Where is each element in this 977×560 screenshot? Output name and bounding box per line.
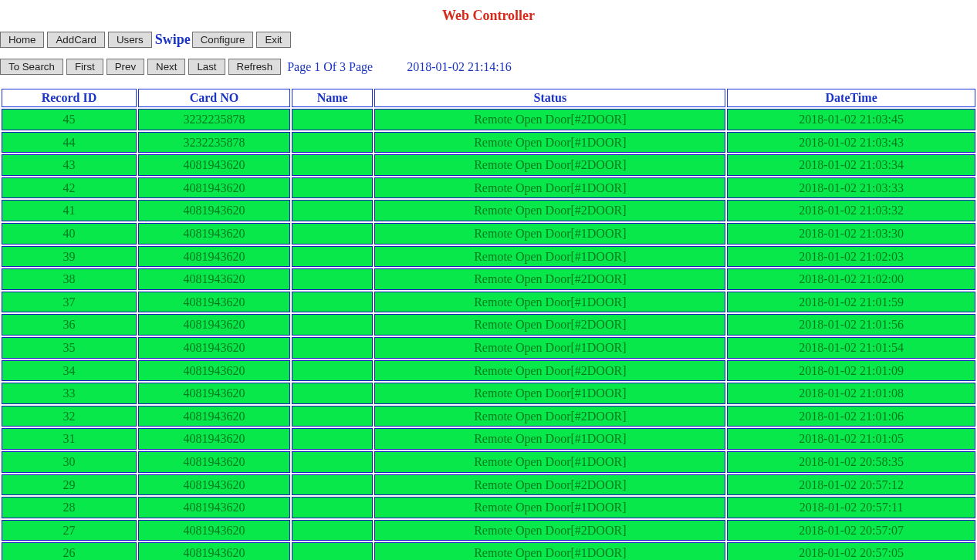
cell-card-no: 3232235878: [138, 109, 290, 130]
cell-record-id: 27: [2, 520, 137, 541]
cell-record-id: 36: [2, 314, 137, 336]
next-button[interactable]: Next: [147, 59, 185, 75]
navbar: Home AddCard Users Swipe Configure Exit: [0, 29, 977, 51]
table-row: 404081943620Remote Open Door[#1DOOR]2018…: [2, 223, 975, 245]
cell-card-no: 4081943620: [138, 314, 290, 336]
cell-datetime: 2018-01-02 21:03:30: [727, 223, 975, 245]
cell-name: [292, 451, 373, 473]
col-header-name: Name: [292, 89, 373, 107]
cell-card-no: 4081943620: [138, 246, 290, 268]
table-row: 274081943620Remote Open Door[#2DOOR]2018…: [2, 520, 975, 541]
cell-card-no: 4081943620: [138, 292, 290, 313]
cell-status: Remote Open Door[#2DOOR]: [374, 474, 725, 496]
cell-card-no: 3232235878: [138, 132, 290, 153]
cell-status: Remote Open Door[#1DOOR]: [374, 497, 725, 518]
cell-datetime: 2018-01-02 21:03:33: [727, 177, 975, 199]
table-row: 424081943620Remote Open Door[#1DOOR]2018…: [2, 177, 975, 199]
cell-status: Remote Open Door[#2DOOR]: [374, 406, 725, 427]
cell-datetime: 2018-01-02 20:57:05: [727, 542, 975, 560]
cell-card-no: 4081943620: [138, 337, 290, 359]
cell-record-id: 31: [2, 428, 137, 450]
table-row: 314081943620Remote Open Door[#1DOOR]2018…: [2, 428, 975, 450]
cell-card-no: 4081943620: [138, 223, 290, 245]
exit-button[interactable]: Exit: [256, 32, 290, 48]
tosearch-button[interactable]: To Search: [0, 59, 63, 75]
cell-record-id: 42: [2, 177, 137, 199]
cell-record-id: 30: [2, 451, 137, 473]
cell-status: Remote Open Door[#1DOOR]: [374, 246, 725, 268]
refresh-button[interactable]: Refresh: [228, 59, 282, 75]
col-header-datetime: DateTime: [727, 89, 975, 107]
cell-status: Remote Open Door[#1DOOR]: [374, 292, 725, 313]
cell-record-id: 26: [2, 542, 137, 560]
cell-record-id: 38: [2, 268, 137, 290]
cell-datetime: 2018-01-02 21:01:06: [727, 406, 975, 427]
pager-bar: To Search First Prev Next Last Refresh P…: [0, 51, 977, 79]
cell-name: [292, 268, 373, 290]
cell-record-id: 44: [2, 132, 137, 153]
cell-datetime: 2018-01-02 20:58:35: [727, 451, 975, 473]
cell-status: Remote Open Door[#2DOOR]: [374, 154, 725, 176]
cell-status: Remote Open Door[#2DOOR]: [374, 109, 725, 130]
cell-card-no: 4081943620: [138, 406, 290, 427]
prev-button[interactable]: Prev: [106, 59, 144, 75]
cell-card-no: 4081943620: [138, 520, 290, 541]
cell-status: Remote Open Door[#1DOOR]: [374, 451, 725, 473]
cell-datetime: 2018-01-02 21:01:56: [727, 314, 975, 336]
cell-name: [292, 520, 373, 541]
cell-record-id: 40: [2, 223, 137, 245]
last-button[interactable]: Last: [188, 59, 225, 75]
cell-name: [292, 177, 373, 199]
cell-name: [292, 109, 373, 130]
cell-datetime: 2018-01-02 21:02:03: [727, 246, 975, 268]
table-row: 394081943620Remote Open Door[#1DOOR]2018…: [2, 246, 975, 268]
col-header-record-id: Record ID: [2, 89, 137, 107]
cell-name: [292, 406, 373, 427]
table-row: 443232235878Remote Open Door[#1DOOR]2018…: [2, 132, 975, 153]
users-button[interactable]: Users: [108, 32, 152, 48]
cell-name: [292, 200, 373, 221]
table-row: 294081943620Remote Open Door[#2DOOR]2018…: [2, 474, 975, 496]
table-row: 374081943620Remote Open Door[#1DOOR]2018…: [2, 292, 975, 313]
cell-record-id: 34: [2, 360, 137, 382]
cell-status: Remote Open Door[#1DOOR]: [374, 132, 725, 153]
cell-card-no: 4081943620: [138, 497, 290, 518]
first-button[interactable]: First: [66, 59, 103, 75]
table-row: 414081943620Remote Open Door[#2DOOR]2018…: [2, 200, 975, 221]
table-row: 264081943620Remote Open Door[#1DOOR]2018…: [2, 542, 975, 560]
cell-name: [292, 360, 373, 382]
cell-record-id: 35: [2, 337, 137, 359]
cell-name: [292, 542, 373, 560]
cell-datetime: 2018-01-02 21:01:54: [727, 337, 975, 359]
col-header-status: Status: [374, 89, 725, 107]
cell-card-no: 4081943620: [138, 200, 290, 221]
table-row: 364081943620Remote Open Door[#2DOOR]2018…: [2, 314, 975, 336]
cell-card-no: 4081943620: [138, 177, 290, 199]
cell-card-no: 4081943620: [138, 360, 290, 382]
home-button[interactable]: Home: [0, 32, 44, 48]
configure-button[interactable]: Configure: [192, 32, 254, 48]
cell-record-id: 39: [2, 246, 137, 268]
records-table: Record ID Card NO Name Status DateTime 4…: [0, 87, 977, 560]
cell-datetime: 2018-01-02 21:01:05: [727, 428, 975, 450]
cell-status: Remote Open Door[#1DOOR]: [374, 542, 725, 560]
table-row: 354081943620Remote Open Door[#1DOOR]2018…: [2, 337, 975, 359]
cell-record-id: 41: [2, 200, 137, 221]
addcard-button[interactable]: AddCard: [47, 32, 104, 48]
cell-record-id: 43: [2, 154, 137, 176]
cell-name: [292, 292, 373, 313]
cell-name: [292, 337, 373, 359]
cell-name: [292, 474, 373, 496]
cell-datetime: 2018-01-02 21:02:00: [727, 268, 975, 290]
cell-status: Remote Open Door[#1DOOR]: [374, 383, 725, 404]
cell-record-id: 45: [2, 109, 137, 130]
cell-card-no: 4081943620: [138, 154, 290, 176]
cell-datetime: 2018-01-02 21:03:34: [727, 154, 975, 176]
table-row: 304081943620Remote Open Door[#1DOOR]2018…: [2, 451, 975, 473]
cell-name: [292, 223, 373, 245]
table-header-row: Record ID Card NO Name Status DateTime: [2, 89, 975, 107]
cell-record-id: 33: [2, 383, 137, 404]
cell-datetime: 2018-01-02 21:01:59: [727, 292, 975, 313]
cell-name: [292, 314, 373, 336]
cell-status: Remote Open Door[#1DOOR]: [374, 223, 725, 245]
